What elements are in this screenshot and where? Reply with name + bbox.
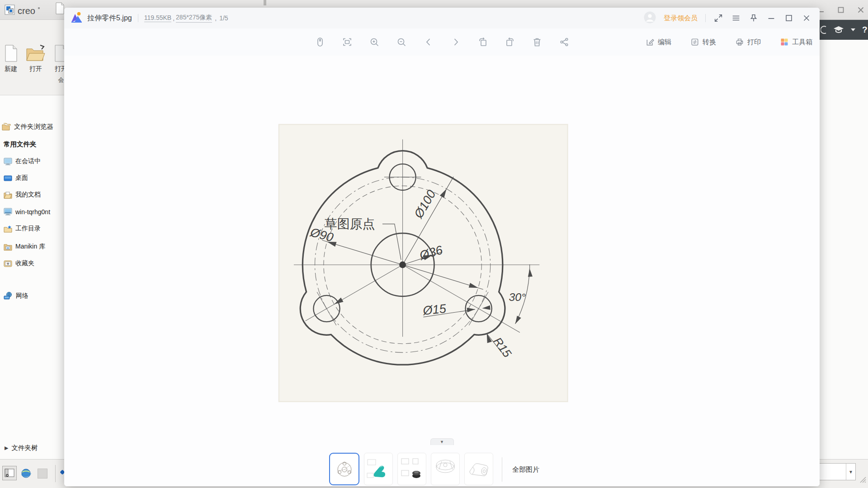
sidebar-item-label: win-tqrhg0nt [15, 208, 50, 216]
dropdown-value [820, 464, 846, 480]
login-member-link[interactable]: 登录领会员 [664, 14, 698, 23]
sidebar-item-my-documents[interactable]: 我的文档 [4, 191, 41, 199]
thumbnail-divider [502, 457, 502, 482]
all-images-label[interactable]: 全部图片 [512, 465, 539, 474]
sidebar-item-desktop[interactable]: 桌面 [4, 174, 28, 182]
close-button[interactable] [802, 13, 811, 23]
thumbnail-5[interactable] [464, 453, 493, 485]
page-index: 1/5 [219, 14, 228, 22]
desktop-icon [4, 174, 12, 182]
creo-logo-icon [5, 5, 15, 17]
fullscreen-button[interactable] [713, 13, 723, 23]
creo-logo: creo [5, 5, 40, 17]
convert-label: 转换 [703, 38, 716, 47]
open-folder-icon [25, 44, 46, 62]
monitor-icon [4, 158, 12, 165]
creo-ribbon-open-button[interactable]: 打开 [25, 44, 46, 73]
navigator-toggle-button[interactable] [2, 466, 17, 480]
thumbnail-3[interactable] [397, 453, 426, 485]
creo-quick-access-divider [264, 0, 266, 5]
fit-screen-button[interactable] [342, 37, 353, 47]
mouse-mode-button[interactable] [315, 37, 326, 47]
browser-globe-button[interactable] [20, 467, 32, 481]
delete-button[interactable] [532, 37, 542, 47]
sidebar-item-label: 文件夹浏览器 [14, 122, 53, 131]
maximize-button[interactable] [784, 13, 794, 23]
thumbnail-1-selected[interactable] [329, 453, 359, 485]
toolbox-button[interactable]: 工具箱 [780, 38, 812, 47]
thumbnail-2[interactable] [364, 453, 393, 485]
sidebar-item-favorites[interactable]: ✳ 收藏夹 [4, 259, 34, 267]
zoom-in-button[interactable] [369, 37, 380, 47]
origin-label: 草图原点 [325, 217, 375, 231]
dim-d15: Ø15 [422, 301, 447, 318]
sidebar-item-label: 网络 [16, 292, 28, 300]
sidebar-folder-tree-toggle[interactable]: ▶ 文件夹树 [5, 444, 38, 452]
toolbox-label: 工具箱 [792, 38, 812, 47]
edit-icon [646, 38, 655, 47]
creo-graphics-area [816, 40, 868, 459]
creo-logo-mark [38, 7, 40, 9]
library-folder-icon [4, 243, 12, 251]
titlebar-right-group: 登录领会员 [644, 8, 811, 28]
thumbnail-collapse-tab[interactable]: ▼ [430, 438, 454, 445]
sidebar-item-folder-browser[interactable]: 文件夹浏览器 [2, 122, 53, 131]
viewer-filename: 拉伸零件5.jpg [87, 14, 132, 23]
toolbox-icon [780, 38, 789, 47]
rotate-left-button[interactable] [477, 37, 488, 47]
sidebar-item-working-directory[interactable]: 工作目录 [4, 225, 41, 233]
creo-close-button[interactable] [857, 6, 864, 14]
next-image-button[interactable] [450, 37, 461, 47]
pixel-size-link[interactable]: 285*275像素 [176, 14, 212, 23]
image-canvas[interactable]: Ø100 Ø90 Ø36 Ø15 30° R15 草图原点 [64, 56, 820, 486]
resize-grip[interactable] [858, 474, 867, 483]
convert-icon [690, 38, 699, 47]
viewer-app-logo-icon [71, 11, 83, 25]
sidebar-item-computer[interactable]: win-tqrhg0nt [4, 208, 50, 216]
creo-help-button[interactable]: ? [862, 25, 868, 35]
previous-image-button[interactable] [423, 37, 434, 47]
network-icon [4, 292, 13, 300]
sidebar-item-in-session[interactable]: 在会话中 [4, 157, 41, 165]
folder-tree-label: 文件夹树 [11, 444, 38, 452]
print-label: 打印 [747, 38, 761, 47]
screen: creo 文件 主 新建 打开 打开 会 文件夹浏览器 常用文件夹 在会话中 桌… [0, 0, 868, 488]
print-button[interactable]: 打印 [735, 38, 761, 47]
rotate-right-button[interactable] [505, 37, 515, 47]
section-header-label: 常用文件夹 [4, 140, 37, 149]
creo-maximize-button[interactable] [837, 6, 844, 14]
chevron-down-icon[interactable] [850, 28, 856, 32]
menu-button[interactable] [731, 13, 741, 23]
status-placeholder-button[interactable] [38, 469, 47, 479]
documents-folder-icon [4, 191, 12, 199]
titlebar-divider [138, 14, 138, 22]
zoom-out-button[interactable] [396, 37, 407, 47]
sidebar-item-manikin-library[interactable]: Manikin 库 [4, 243, 45, 251]
folders-icon [2, 123, 11, 131]
chevron-right-icon: ▶ [5, 445, 8, 451]
learning-cap-icon[interactable] [833, 25, 844, 34]
convert-button[interactable]: 转换 [690, 38, 716, 47]
sidebar-item-label: 在会话中 [15, 157, 41, 165]
sidebar-item-label: 收藏夹 [15, 259, 34, 267]
image-viewer-window: 拉伸零件5.jpg 119.55KB , 285*275像素 , 1/5 登录领… [64, 8, 820, 486]
partial-circle-icon [821, 25, 827, 34]
avatar[interactable] [644, 11, 656, 25]
sidebar-item-label: Manikin 库 [15, 243, 45, 251]
pin-button[interactable] [749, 13, 759, 23]
edit-button[interactable]: 编辑 [646, 38, 671, 47]
sidebar-item-network[interactable]: 网络 [4, 292, 28, 300]
share-button[interactable] [559, 37, 570, 47]
creo-ribbon-new-button[interactable]: 新建 [4, 44, 18, 73]
creo-quick-access-new-icon[interactable] [55, 2, 65, 16]
filesize-link[interactable]: 119.55KB [144, 14, 171, 22]
creo-filter-dropdown[interactable]: ▼ [819, 463, 856, 480]
creo-logo-text: creo [18, 6, 35, 16]
comma: , [173, 14, 175, 22]
edit-label: 编辑 [658, 38, 671, 47]
thumbnail-4[interactable] [431, 453, 460, 485]
comma: , [215, 14, 217, 22]
dropdown-arrow-icon[interactable]: ▼ [846, 464, 855, 480]
minimize-button[interactable] [766, 13, 776, 23]
svg-text:✳: ✳ [6, 261, 10, 266]
